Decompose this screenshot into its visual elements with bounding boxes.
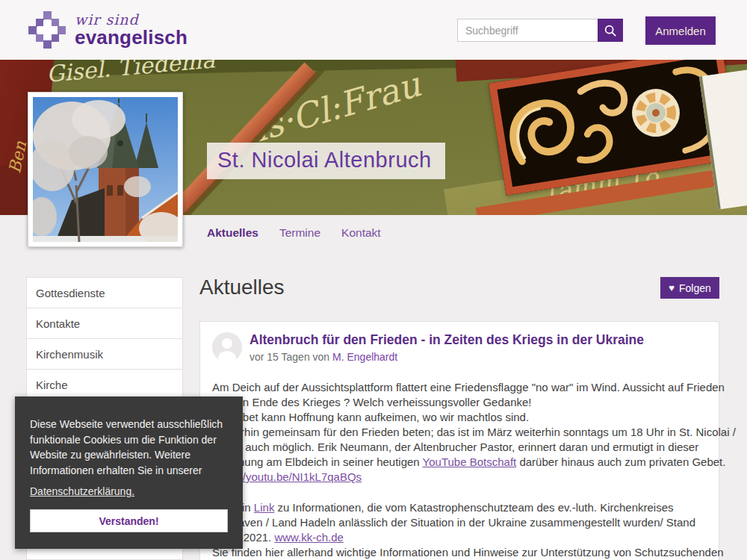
author-avatar: [212, 332, 242, 362]
sidebar-item-gottesdienste[interactable]: Gottesdienste: [27, 278, 182, 308]
article-text-line: online auch möglich. Erik Neumann, der A…: [212, 441, 707, 455]
text-segment: Sie finden hier allerhand wichtige Infor…: [212, 546, 724, 559]
cookie-text-line: funktionale Cookies um die Funktion der: [30, 432, 228, 448]
text-segment: zu Informationen, die vom Katastrophensc…: [274, 501, 673, 514]
article-meta: vor 15 Tagen von M. Engelhardt: [249, 351, 707, 363]
church-photo: [33, 97, 178, 242]
text-segment: und ein Ende des Krieges ? Welch verheis…: [212, 396, 531, 408]
hero-title-box: St. Nicolai Altenbruch: [207, 143, 445, 179]
follow-button[interactable]: ♥ Folgen: [660, 277, 719, 299]
cookie-banner: Diese Webseite verwendet ausschließlichf…: [15, 396, 243, 549]
article-text-line: Im Gebet kann Hoffnung kann aufkeimen, w…: [212, 411, 707, 426]
person-icon: [212, 332, 242, 362]
search-input[interactable]: [457, 19, 598, 42]
login-button[interactable]: Anmelden: [645, 16, 716, 45]
tab-kontakt[interactable]: Kontakt: [341, 226, 381, 240]
article-paragraph: Am Deich auf der Aussichtsplattform flat…: [212, 381, 707, 485]
page: wir sind evangelisch Anmelden Gisel. Tie…: [0, 0, 747, 560]
search-bar: [457, 19, 623, 42]
cookie-accept-button[interactable]: Verstanden!: [30, 509, 228, 532]
privacy-policy-link[interactable]: Datenschutzerklärung.: [30, 485, 134, 497]
article-text-line: Sie finden hier allerhand wichtige Infor…: [212, 546, 707, 560]
tab-termine[interactable]: Termine: [279, 226, 320, 240]
inline-link[interactable]: YouTube Botschaft: [423, 455, 517, 468]
article-text-line: https://youtu.be/NI1kL7qaBQs: [212, 470, 707, 485]
hero-paint-stripe: [183, 67, 325, 215]
text-segment: Am Deich auf der Aussichtsplattform flat…: [212, 381, 725, 393]
section-tabbar: AktuellesTermineKontakt: [207, 226, 381, 240]
page-title: St. Nicolai Altenbruch: [217, 148, 432, 172]
cookie-text-line: Website zu gewährleisten. Weitere: [30, 447, 228, 463]
sidebar-item-kirche[interactable]: Kirche: [27, 370, 182, 400]
article-title[interactable]: Altenbruch für den Frieden - in Zeiten d…: [249, 332, 707, 349]
search-button[interactable]: [598, 19, 623, 42]
text-segment: Cuxhaven / Land Hadeln anlässlich der Si…: [212, 516, 695, 529]
article-text-line: Cuxhaven / Land Hadeln anlässlich der Si…: [212, 516, 707, 531]
cross-logo-icon: [28, 11, 66, 49]
search-icon: [604, 24, 617, 37]
article-paragraph: Hier ein Link zu Informationen, die vom …: [212, 501, 707, 560]
article-text-line: Weiterhin gemeinsam für den Frieden bete…: [212, 426, 707, 441]
header: wir sind evangelisch Anmelden: [0, 0, 747, 60]
article-text-line: 15.03.2021. www.kk-ch.de: [212, 531, 707, 546]
inline-link[interactable]: Link: [254, 501, 275, 514]
cookie-text: Diese Webseite verwendet ausschließlichf…: [30, 417, 228, 478]
article-body: Am Deich auf der Aussichtsplattform flat…: [212, 381, 707, 560]
main-heading: Aktuelles: [199, 276, 285, 299]
logo-tagline: wir sind: [75, 13, 187, 27]
article-text-line: Hier ein Link zu Informationen, die vom …: [212, 501, 707, 516]
tab-aktuelles[interactable]: Aktuelles: [207, 226, 258, 240]
site-logo[interactable]: wir sind evangelisch: [28, 11, 187, 49]
article-card: Altenbruch für den Frieden - in Zeiten d…: [199, 321, 719, 560]
text-segment: Weiterhin gemeinsam für den Frieden bete…: [212, 426, 736, 438]
text-segment: online auch möglich. Erik Neumann, der A…: [212, 441, 698, 453]
sidebar-item-kirchenmusik[interactable]: Kirchenmusik: [27, 339, 182, 370]
article-text-line: und ein Ende des Krieges ? Welch verheis…: [212, 396, 707, 411]
inline-link[interactable]: www.kk-ch.de: [274, 531, 344, 544]
article-author-link[interactable]: M. Engelhardt: [332, 351, 397, 363]
article-text-line: Begehung am Elbdeich in seiner heutigen …: [212, 455, 707, 470]
text-segment: darüber hinaus auch zum privaten Gebet.: [516, 455, 725, 468]
hero-paint-stripe: [167, 62, 318, 215]
cookie-text-line: Diese Webseite verwendet ausschließlich: [30, 417, 228, 432]
logo-brand: evangelisch: [75, 28, 187, 47]
follow-label: Folgen: [679, 282, 711, 294]
article-text-line: Am Deich auf der Aussichtsplattform flat…: [212, 381, 707, 396]
sidebar-item-kontakte[interactable]: Kontakte: [27, 308, 182, 339]
parish-profile-image: [28, 92, 183, 247]
text-segment: Im Gebet kann Hoffnung kann aufkeimen, w…: [212, 411, 529, 423]
cookie-text-line: Informationen erhalten Sie in unserer: [30, 463, 228, 479]
article-meta-prefix: vor 15 Tagen von: [249, 351, 332, 363]
text-segment: Begehung am Elbdeich in seiner heutigen: [212, 455, 423, 468]
heart-icon: ♥: [669, 283, 675, 293]
